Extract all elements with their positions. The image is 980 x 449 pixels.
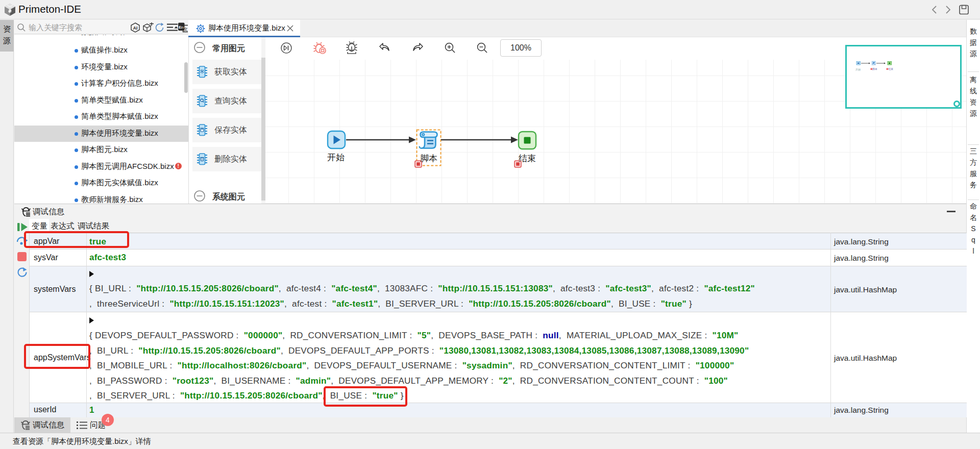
svg-text:AI: AI (133, 26, 138, 31)
svg-text:开始: 开始 (855, 68, 861, 71)
svg-text:脚本: 脚本 (872, 67, 877, 71)
svg-text:文: 文 (183, 27, 188, 32)
svg-text:结束: 结束 (888, 67, 893, 70)
